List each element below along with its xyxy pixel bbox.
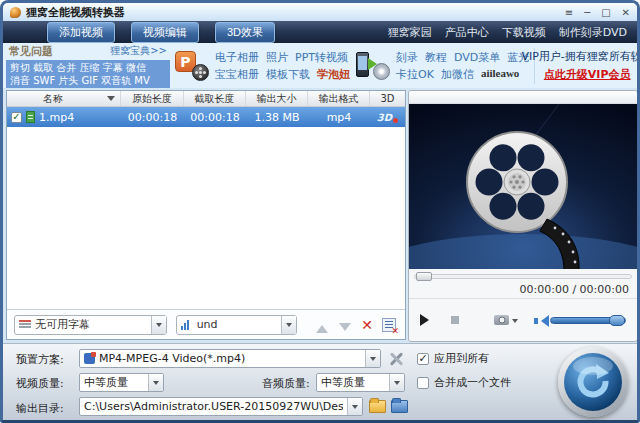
video-preview[interactable]	[409, 104, 637, 269]
file-trim-length: 00:00:18	[184, 107, 246, 127]
file-name: 1.mp4	[39, 111, 74, 124]
top-nav-links: 狸窝家园 产品中心 下载视频 制作刻录DVD	[388, 25, 627, 40]
link-template-download[interactable]: 模板下载	[266, 67, 310, 82]
subtitle-dropdown[interactable]: 无可用字幕	[14, 315, 167, 335]
audio-quality-dropdown[interactable]: 中等质量	[316, 373, 405, 392]
open-folder-icon[interactable]	[369, 400, 386, 413]
output-settings-panel: 预置方案: MP4-MPEG-4 Video(*.mp4) 应用到所有 视频质量…	[3, 343, 637, 420]
apply-all-option: 应用到所有	[417, 351, 489, 366]
file-list-empty-area	[7, 127, 405, 309]
video-quality-dropdown[interactable]: 中等质量	[79, 373, 164, 392]
merge-option: 合并成一个文件	[417, 375, 511, 390]
convert-arrow-icon	[564, 353, 622, 411]
merge-label: 合并成一个文件	[434, 375, 511, 390]
link-e-album[interactable]: 电子相册	[215, 50, 259, 65]
move-up-icon[interactable]	[315, 318, 329, 332]
subtitle-dropdown-arrow-icon[interactable]	[151, 316, 166, 334]
play-button[interactable]	[420, 314, 435, 326]
volume-slider[interactable]	[550, 317, 626, 324]
link-karaoke[interactable]: 卡拉OK	[396, 67, 434, 82]
stop-button[interactable]	[451, 316, 459, 324]
tab-add-video[interactable]: 添加视频	[47, 22, 115, 43]
audio-dropdown-arrow-icon[interactable]	[281, 316, 296, 334]
nav-link-products[interactable]: 产品中心	[445, 25, 489, 40]
album-links-group: 电子相册 照片 PPT转视频 宝宝相册 模板下载 学泡妞	[215, 50, 350, 82]
tab-3d-effect[interactable]: 3D效果	[215, 22, 275, 43]
clear-list-icon[interactable]	[382, 318, 396, 332]
column-header-original-length[interactable]: 原始长度	[121, 91, 184, 106]
row-3d-badge[interactable]: 3D	[377, 112, 398, 123]
nav-link-home[interactable]: 狸窝家园	[388, 25, 432, 40]
link-tutorial[interactable]: 教程	[425, 50, 447, 65]
menu-icon[interactable]: ≡	[565, 6, 573, 19]
phone-to-disc-icon[interactable]	[355, 49, 391, 82]
link-dvd-menu[interactable]: DVD菜单	[454, 50, 500, 65]
file-original-length: 00:00:18	[121, 107, 184, 127]
preset-value: MP4-MPEG-4 Video(*.mp4)	[99, 352, 361, 365]
seek-bar-row	[409, 269, 637, 283]
browse-folder-icon[interactable]	[391, 400, 408, 413]
minimize-button[interactable]: ─	[584, 6, 590, 19]
link-baby-album[interactable]: 宝宝相册	[215, 67, 259, 82]
apply-all-checkbox[interactable]	[417, 353, 429, 365]
maximize-button[interactable]: □	[601, 6, 610, 19]
table-row[interactable]: 1.mp4 00:00:18 00:00:18 1.38 MB mp4 3D	[7, 107, 405, 127]
link-add-wechat[interactable]: 加微信	[441, 67, 474, 82]
snapshot-dropdown-arrow-icon[interactable]	[512, 319, 518, 326]
nav-link-download-video[interactable]: 下载视频	[502, 25, 546, 40]
convert-button[interactable]	[558, 347, 628, 417]
column-header-3d[interactable]: 3D	[370, 91, 405, 106]
phone-screen-icon	[358, 56, 367, 70]
output-dir-value: C:\Users\Administrator.USER-20150927WU\D…	[84, 400, 343, 413]
subtitle-icon	[19, 320, 31, 330]
tab-video-edit[interactable]: 视频编辑	[131, 22, 199, 43]
wechat-id-text: aiileawo	[481, 67, 520, 82]
video-file-icon	[26, 111, 35, 123]
column-header-trim-length[interactable]: 截取长度	[184, 91, 246, 106]
snapshot-button[interactable]	[494, 315, 518, 326]
ppt-to-video-icon[interactable]: P	[175, 49, 210, 82]
preset-settings-icon[interactable]	[388, 351, 404, 367]
nav-link-burn-dvd[interactable]: 制作刻录DVD	[559, 25, 627, 40]
column-header-output-format[interactable]: 输出格式	[308, 91, 370, 106]
vip-upgrade-link[interactable]: 点此升级VIP会员	[544, 67, 631, 82]
row-checkbox[interactable]	[11, 112, 22, 123]
playback-controls	[409, 299, 637, 341]
audio-track-dropdown[interactable]: und	[176, 315, 298, 335]
output-dir-field[interactable]: C:\Users\Administrator.USER-20150927WU\D…	[79, 397, 363, 416]
link-xuepaoniu[interactable]: 学泡妞	[317, 67, 350, 82]
move-down-icon[interactable]	[338, 318, 352, 332]
seek-handle[interactable]	[416, 272, 432, 281]
camera-icon	[494, 315, 509, 325]
video-quality-value: 中等质量	[84, 375, 144, 390]
remove-file-icon[interactable]: ✕	[361, 318, 373, 332]
preview-panel: 00:00:00 / 00:00:00	[408, 90, 638, 342]
feature-keywords-line2: 消音 SWF 片头 GIF 双音轨 MV	[10, 74, 166, 87]
column-header-output-size[interactable]: 输出大小	[246, 91, 308, 106]
close-button[interactable]: ✕	[622, 6, 630, 19]
window-title: 狸窝全能视频转换器	[26, 5, 125, 20]
vip-box: VIP用户-拥有狸窝所有软件 点此升级VIP会员	[540, 49, 634, 82]
output-dir-arrow-icon[interactable]	[347, 398, 362, 415]
faq-link[interactable]: 常见问题	[9, 44, 53, 59]
preset-dropdown[interactable]: MP4-MPEG-4 Video(*.mp4)	[79, 349, 381, 368]
link-photo[interactable]: 照片	[266, 50, 288, 65]
film-reel-mini-icon	[192, 64, 209, 81]
video-quality-arrow-icon[interactable]	[148, 374, 163, 391]
column-header-name[interactable]: 名称	[7, 91, 121, 106]
seek-slider[interactable]	[414, 274, 632, 279]
link-burn[interactable]: 刻录	[396, 50, 418, 65]
audio-quality-arrow-icon[interactable]	[389, 374, 404, 391]
volume-handle[interactable]	[609, 315, 625, 326]
link-ppt-to-video[interactable]: PPT转视频	[295, 50, 348, 65]
preset-dropdown-arrow-icon[interactable]	[365, 350, 380, 367]
feature-keywords-box[interactable]: 剪切 截取 合并 压缩 字幕 微信 消音 SWF 片头 GIF 双音轨 MV	[6, 60, 170, 88]
preview-header-strip	[409, 91, 637, 104]
output-dir-label: 输出目录:	[16, 401, 64, 416]
merge-checkbox[interactable]	[417, 377, 429, 389]
table-header: 名称 原始长度 截取长度 输出大小 输出格式 3D	[7, 91, 405, 107]
baodian-link[interactable]: 狸窝宝典>>	[110, 44, 167, 58]
sort-arrow-icon[interactable]	[107, 96, 115, 105]
speaker-icon[interactable]	[534, 314, 546, 327]
audio-track-value: und	[197, 318, 278, 331]
